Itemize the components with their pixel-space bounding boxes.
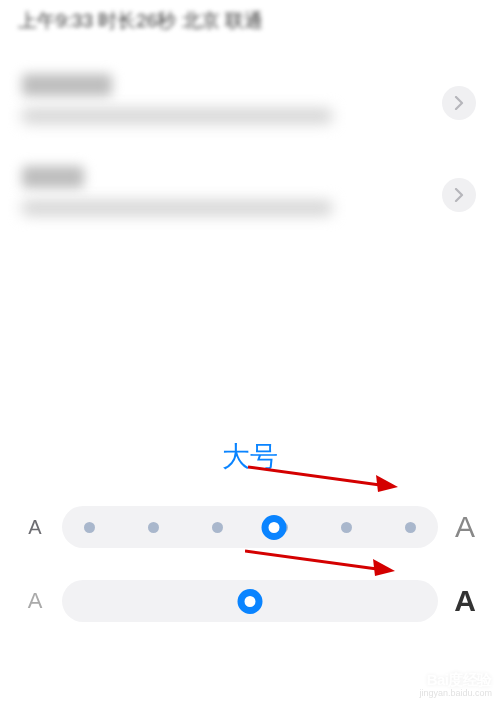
list-item[interactable] xyxy=(0,152,500,238)
list-item-title xyxy=(22,166,84,188)
slider-thumb[interactable] xyxy=(262,515,287,540)
slider-tick xyxy=(341,522,352,533)
bold-a-icon: A xyxy=(450,586,480,616)
header-time-info: 上午9:33 时长26秒 北京 联通 xyxy=(0,0,500,42)
font-weight-slider-row: A A xyxy=(0,580,500,622)
list-item-subtitle xyxy=(22,200,332,216)
preview-list xyxy=(0,60,500,238)
font-size-label: 大号 xyxy=(222,438,278,476)
slider-tick xyxy=(84,522,95,533)
font-size-slider[interactable] xyxy=(62,506,438,548)
small-a-icon: A xyxy=(20,517,50,537)
svg-marker-1 xyxy=(376,475,398,492)
watermark: Bai度经验 jingyan.baidu.com xyxy=(392,671,492,698)
list-item-subtitle xyxy=(22,108,332,124)
slider-tick xyxy=(212,522,223,533)
font-weight-slider[interactable] xyxy=(62,580,438,622)
font-size-slider-row: A A xyxy=(0,506,500,548)
watermark-logo: Bai度经验 xyxy=(392,671,492,690)
watermark-url: jingyan.baidu.com xyxy=(392,688,492,698)
list-item[interactable] xyxy=(0,60,500,146)
svg-line-2 xyxy=(245,551,377,569)
large-a-icon: A xyxy=(450,512,480,542)
slider-tick xyxy=(148,522,159,533)
chevron-right-icon[interactable] xyxy=(442,178,476,212)
slider-thumb[interactable] xyxy=(238,589,263,614)
slider-tick xyxy=(405,522,416,533)
list-item-title xyxy=(22,74,112,96)
thin-a-icon: A xyxy=(20,590,50,612)
annotation-arrow-icon xyxy=(245,546,395,576)
chevron-right-icon[interactable] xyxy=(442,86,476,120)
svg-marker-3 xyxy=(373,559,395,576)
